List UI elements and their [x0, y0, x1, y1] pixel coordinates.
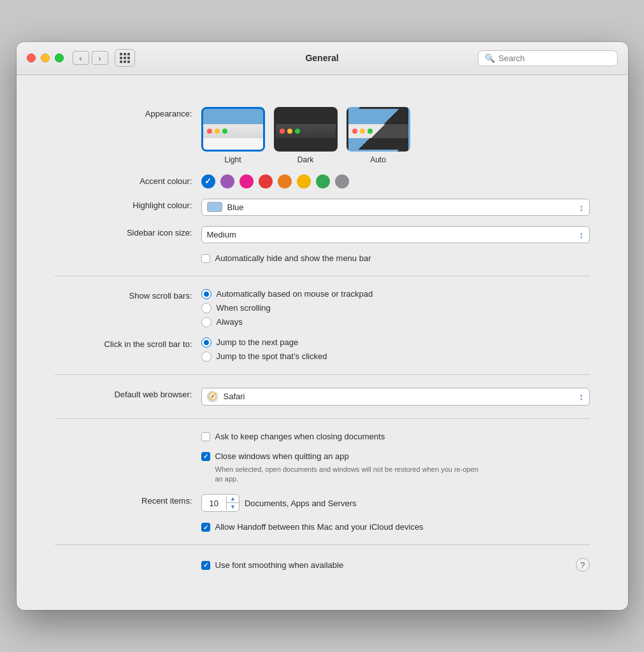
recent-items-stepper[interactable]: 10 ▲ ▼ — [201, 494, 240, 512]
recent-items-controls: 10 ▲ ▼ Documents, Apps and Servers — [201, 494, 590, 512]
section-appearance: Appearance: Light — [55, 94, 590, 276]
appearance-light-label: Light — [224, 155, 241, 164]
click-spot-label: Jump to the spot that’s clicked — [217, 351, 327, 361]
scroll-scrolling-row[interactable]: When scrolling — [201, 303, 590, 313]
click-spot-row[interactable]: Jump to the spot that’s clicked — [201, 351, 590, 362]
appearance-label: Appearance: — [55, 107, 201, 120]
thumb-auto-bar — [348, 124, 408, 138]
accent-graphite[interactable] — [335, 174, 349, 188]
ask-keep-changes-text: Ask to keep changes when closing documen… — [215, 432, 385, 441]
content: Appearance: Light — [17, 75, 628, 611]
font-smoothing-checkbox-row[interactable]: Use font smoothing when available — [201, 560, 576, 570]
sidebar-icon-size-text: Medium — [207, 230, 236, 239]
scroll-scrolling-label: When scrolling — [217, 303, 271, 313]
window-title: General — [305, 53, 338, 63]
maximize-button[interactable] — [55, 53, 64, 62]
search-icon: 🔍 — [485, 53, 495, 63]
section-scrollbars: Show scroll bars: Automatically based on… — [55, 276, 590, 374]
click-scroll-bar-row: Click in the scroll bar to: Jump to the … — [55, 337, 590, 362]
menu-bar-label — [55, 253, 201, 255]
scroll-auto-row[interactable]: Automatically based on mouse or trackpad — [201, 289, 590, 299]
close-windows-label — [55, 451, 201, 453]
allow-handoff-checkbox[interactable] — [201, 523, 210, 532]
scroll-scrolling-radio[interactable] — [201, 303, 211, 313]
stepper-buttons: ▲ ▼ — [227, 495, 239, 511]
scroll-always-row[interactable]: Always — [201, 317, 590, 327]
back-button[interactable]: ‹ — [73, 51, 89, 65]
section-fonts: Use font smoothing when available ? — [55, 544, 590, 585]
show-scroll-bars-row: Show scroll bars: Automatically based on… — [55, 289, 590, 327]
stepper-down-button[interactable]: ▼ — [227, 503, 239, 511]
section-documents: Ask to keep changes when closing documen… — [55, 418, 590, 545]
font-smoothing-label — [55, 558, 201, 559]
scroll-always-label: Always — [217, 317, 243, 327]
highlight-colour-select[interactable]: Blue ↕ — [201, 199, 590, 216]
sidebar-icon-size-select[interactable]: Medium ↕ — [201, 226, 590, 243]
menu-bar-checkbox-row[interactable]: Automatically hide and show the menu bar — [201, 253, 590, 263]
accent-yellow[interactable] — [297, 174, 311, 188]
chevrons-icon3: ↕ — [579, 391, 584, 402]
appearance-controls: Light Dark — [201, 107, 590, 164]
font-smoothing-checkbox[interactable] — [201, 561, 210, 570]
appearance-thumb-auto — [347, 107, 410, 152]
click-next-page-row[interactable]: Jump to the next page — [201, 337, 590, 348]
highlight-colour-row: Highlight colour: Blue ↕ — [55, 199, 590, 216]
titlebar: ‹ › General 🔍 — [17, 42, 628, 75]
accent-blue[interactable] — [201, 174, 215, 188]
stepper-up-button[interactable]: ▲ — [227, 495, 239, 503]
accent-pink[interactable] — [240, 174, 254, 188]
grid-button[interactable] — [115, 49, 135, 67]
appearance-auto-label: Auto — [370, 155, 386, 164]
highlight-colour-value: Blue — [207, 202, 575, 212]
appearance-dark-label: Dark — [297, 155, 313, 164]
scroll-auto-radio[interactable] — [201, 289, 211, 299]
close-windows-checkbox[interactable] — [201, 452, 210, 461]
sidebar-icon-size-label: Sidebar icon size: — [55, 226, 201, 239]
font-smoothing-bottom: Use font smoothing when available ? — [201, 558, 590, 572]
scroll-always-radio[interactable] — [201, 317, 211, 327]
close-windows-row: Close windows when quitting an app When … — [55, 451, 590, 485]
appearance-options: Light Dark — [201, 107, 590, 164]
close-windows-controls: Close windows when quitting an app When … — [201, 451, 590, 485]
font-smoothing-row: Use font smoothing when available ? — [55, 558, 590, 572]
ask-keep-changes-checkbox-row[interactable]: Ask to keep changes when closing documen… — [201, 432, 590, 441]
menu-bar-checkbox-label: Automatically hide and show the menu bar — [215, 253, 371, 263]
grid-icon — [120, 53, 130, 63]
accent-orange[interactable] — [278, 174, 292, 188]
appearance-row: Appearance: Light — [55, 107, 590, 164]
appearance-light[interactable]: Light — [201, 107, 265, 164]
minimize-button[interactable] — [41, 53, 50, 62]
allow-handoff-checkbox-row[interactable]: Allow Handoff between this Mac and your … — [201, 522, 590, 532]
menu-bar-row: Automatically hide and show the menu bar — [55, 253, 590, 263]
sidebar-icon-size-controls: Medium ↕ — [201, 226, 590, 243]
click-next-page-label: Jump to the next page — [217, 337, 299, 347]
accent-green[interactable] — [316, 174, 330, 188]
allow-handoff-row: Allow Handoff between this Mac and your … — [55, 522, 590, 532]
default-browser-value: 🧭 Safari — [207, 391, 575, 402]
click-scroll-bar-label: Click in the scroll bar to: — [55, 337, 201, 350]
search-input[interactable] — [499, 53, 611, 63]
sidebar-icon-size-row: Sidebar icon size: Medium ↕ — [55, 226, 590, 243]
recent-items-inline: 10 ▲ ▼ Documents, Apps and Servers — [201, 494, 590, 512]
nav-buttons: ‹ › — [73, 51, 108, 65]
section-browser: Default web browser: 🧭 Safari ↕ — [55, 374, 590, 418]
appearance-auto[interactable]: Auto — [347, 107, 410, 164]
accent-purple[interactable] — [220, 174, 234, 188]
help-button[interactable]: ? — [576, 558, 590, 572]
ask-keep-changes-checkbox[interactable] — [201, 432, 210, 441]
default-browser-select[interactable]: 🧭 Safari ↕ — [201, 388, 590, 406]
colour-swatch — [207, 202, 222, 212]
appearance-dark[interactable]: Dark — [274, 107, 338, 164]
forward-button[interactable]: › — [92, 51, 108, 65]
chevrons-icon2: ↕ — [579, 229, 584, 240]
click-spot-radio[interactable] — [201, 351, 211, 362]
click-next-page-radio[interactable] — [201, 337, 211, 348]
default-browser-label: Default web browser: — [55, 388, 201, 400]
menu-bar-checkbox[interactable] — [201, 254, 210, 263]
close-windows-checkbox-row[interactable]: Close windows when quitting an app — [201, 451, 590, 461]
show-scroll-bars-label: Show scroll bars: — [55, 289, 201, 302]
accent-red[interactable] — [259, 174, 273, 188]
close-button[interactable] — [27, 53, 36, 62]
search-bar[interactable]: 🔍 — [478, 50, 618, 66]
menu-bar-controls: Automatically hide and show the menu bar — [201, 253, 590, 263]
